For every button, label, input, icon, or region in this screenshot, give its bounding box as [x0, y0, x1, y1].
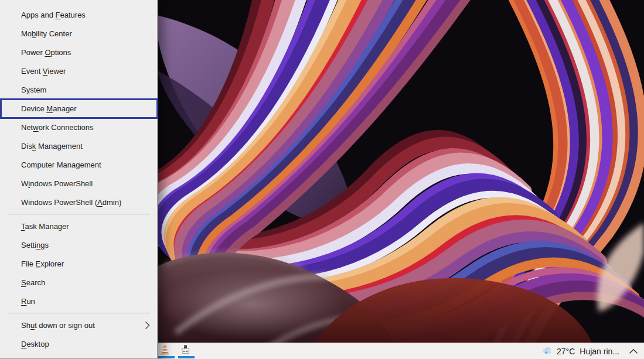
menu-item-label: Device Manager	[21, 104, 77, 113]
weather-rain-icon	[541, 346, 552, 356]
menu-item-shut-down-or-sign-out[interactable]: Shut down or sign out	[0, 316, 157, 334]
menu-item-label: Run	[21, 297, 35, 306]
menu-item-label: Power Options	[21, 48, 71, 57]
menu-item-desktop[interactable]: Desktop	[0, 334, 157, 353]
vlc-cone-icon	[159, 344, 171, 355]
menu-item-file-explorer[interactable]: File Explorer	[0, 254, 157, 273]
menu-item-label: Windows PowerShell (Admin)	[21, 198, 121, 207]
menu-item-settings[interactable]: Settings	[0, 235, 157, 254]
taskbar-app-indicator	[158, 356, 175, 358]
menu-item-windows-powershell-admin[interactable]: Windows PowerShell (Admin)	[0, 193, 157, 211]
menu-item-label: Mobility Center	[21, 29, 72, 38]
menu-item-apps-and-features[interactable]: Apps and Features	[0, 5, 157, 24]
menu-item-label: Settings	[21, 241, 49, 249]
menu-item-power-options[interactable]: Power Options	[0, 43, 157, 61]
menu-item-label: Apps and Features	[21, 11, 86, 19]
weather-widget[interactable]: 27°C Hujan rin...	[539, 343, 622, 359]
menu-item-label: File Explorer	[21, 259, 64, 268]
menu-item-device-manager[interactable]: Device Manager	[0, 99, 157, 118]
menu-item-computer-management[interactable]: Computer Management	[0, 155, 157, 174]
menu-item-label: Search	[21, 278, 45, 287]
desktop-screen: 27°C Hujan rin... Apps and FeaturesMobil…	[0, 0, 644, 359]
menu-item-label: Shut down or sign out	[21, 321, 95, 330]
usb-device-icon	[180, 344, 191, 355]
menu-item-search[interactable]: Search	[0, 273, 157, 292]
menu-item-label: Desktop	[21, 340, 49, 348]
menu-item-label: Computer Management	[21, 160, 101, 169]
menu-item-label: Task Manager	[21, 222, 69, 231]
menu-item-system[interactable]: System	[0, 80, 157, 99]
winx-menu: Apps and FeaturesMobility CenterPower Op…	[0, 0, 158, 359]
menu-item-run[interactable]: Run	[0, 292, 157, 310]
menu-item-label: Windows PowerShell	[21, 179, 93, 188]
menu-item-windows-powershell[interactable]: Windows PowerShell	[0, 174, 157, 193]
system-tray: 27°C Hujan rin...	[539, 343, 640, 359]
menu-item-task-manager[interactable]: Task Manager	[0, 217, 157, 235]
chevron-up-icon	[629, 348, 638, 354]
menu-item-mobility-center[interactable]: Mobility Center	[0, 24, 157, 43]
tray-weather-text: Hujan rin...	[580, 347, 619, 356]
menu-item-network-connections[interactable]: Network Connections	[0, 118, 157, 136]
taskbar-app-indicator	[178, 356, 195, 358]
tray-temperature: 27°C	[557, 347, 575, 356]
menu-item-label: System	[21, 86, 46, 94]
menu-item-label: Disk Management	[21, 142, 83, 151]
taskbar-app-usb-device[interactable]	[175, 344, 195, 356]
menu-item-label: Event Viewer	[21, 67, 66, 76]
menu-item-disk-management[interactable]: Disk Management	[0, 136, 157, 155]
menu-separator	[7, 214, 150, 214]
menu-item-event-viewer[interactable]: Event Viewer	[0, 61, 157, 80]
menu-separator	[7, 313, 150, 313]
wallpaper-blob-sheen	[158, 269, 346, 340]
chevron-right-icon	[145, 321, 150, 330]
menu-item-label: Network Connections	[21, 123, 94, 132]
tray-show-hidden-icons-button[interactable]	[626, 344, 640, 358]
